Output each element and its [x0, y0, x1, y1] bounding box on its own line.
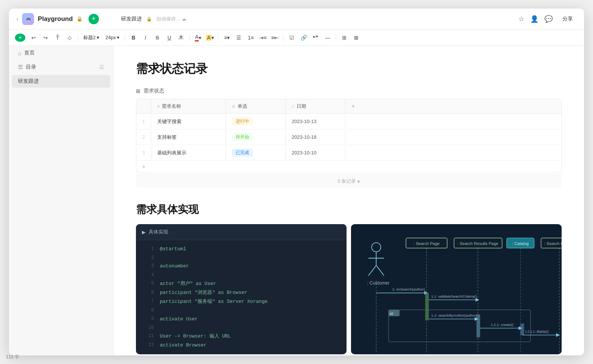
editor-area[interactable]: 需求状态记录 ⊞ 需求状态 ≡ 需求名称 ⊙: [114, 46, 584, 355]
toolbar-fontcolor-button[interactable]: A▾: [193, 32, 203, 43]
row-name-2: 支持标签: [151, 130, 226, 144]
toolbar-separator-4: [218, 34, 219, 41]
code-panel-toggle-icon[interactable]: ▶: [142, 229, 146, 235]
code-panel[interactable]: ▶ 具体实现 1 @startuml 2 3: [136, 224, 347, 354]
svg-rect-25: [425, 293, 429, 320]
row-num-3: 3: [136, 147, 151, 159]
toolbar-fontsize-dropdown[interactable]: 24px ▾: [103, 34, 122, 41]
toolbar-outdent-button[interactable]: ≡⇤: [270, 32, 280, 43]
toolbar-separator-2: [125, 34, 125, 41]
catalog-icon: ☰: [18, 64, 23, 70]
code-line: 1 @startuml: [136, 245, 347, 254]
svg-text:1.2: searchByAuthor(author): 1.2: searchByAuthor(author): [431, 313, 477, 317]
user-button[interactable]: 👤: [530, 15, 538, 23]
svg-text:🎮: 🎮: [26, 17, 31, 22]
table-row[interactable]: 2 支持标签 待开始 2023-10-18: [136, 129, 561, 145]
row-name-1: 关键字搜索: [151, 114, 226, 129]
row-num-2: 2: [136, 131, 151, 144]
code-line: 3 autonumber: [136, 262, 347, 271]
svg-text:: Customer: : Customer: [367, 280, 389, 286]
toolbar-redo-button[interactable]: ↪: [40, 32, 51, 43]
db-header-icon: ⊞: [136, 88, 140, 94]
table-header-row: ≡ 需求名称 ⊙ 单选 □ 日期 +: [136, 99, 561, 114]
db-header: ⊞ 需求状态: [136, 88, 562, 94]
sidebar-item-devtrack[interactable]: 研发跟进: [12, 75, 110, 88]
svg-text:1.1: validateSearchCriteria(): 1.1: validateSearchCriteria(): [431, 294, 477, 298]
code-line: 8: [136, 306, 347, 314]
toolbar-bold-button[interactable]: B: [128, 32, 139, 43]
row-status-1: 进行中: [226, 114, 286, 129]
toolbar-bullet-button[interactable]: ☰: [234, 32, 244, 43]
add-column-button[interactable]: +: [345, 99, 361, 113]
toolbar-hr-button[interactable]: —: [322, 32, 333, 43]
code-panel-label: 具体实现: [149, 229, 168, 235]
svg-text:: Catalog: : Catalog: [512, 241, 529, 246]
sidebar-item-catalog[interactable]: ☰ 目录 ☰: [12, 61, 110, 73]
table-footer[interactable]: 3 条记录 ▾: [136, 175, 562, 188]
toolbar-underline-button[interactable]: U: [164, 32, 174, 43]
app-title: Playground: [38, 15, 73, 23]
table-row[interactable]: 3 基础列表展示 已完成 2023-10-10: [136, 145, 561, 161]
app-icon: 🎮: [22, 13, 34, 25]
doc-title: 研发跟进: [121, 16, 142, 22]
catalog-more-icon[interactable]: ☰: [99, 64, 104, 70]
svg-text:1: onSearch(author): 1: onSearch(author): [392, 287, 425, 291]
col-date-header[interactable]: □ 日期: [286, 99, 345, 113]
db-section-label: 需求状态: [143, 88, 164, 94]
lock-icon: 🔒: [77, 16, 83, 22]
code-line: 6 participant "浏览器" as Browser: [136, 288, 347, 297]
toolbar: + ↩ ↪ T̂ ◇ 标题2 ▾ 24px ▾ B I S U 木 A▾ A▾ …: [9, 29, 584, 46]
autosave-text: 自动保存... ☁: [156, 16, 186, 22]
svg-text:1.2.1.1: display(): 1.2.1.1: display(): [525, 330, 549, 333]
code-line: 7 participant "服务端" as Server #orange: [136, 297, 347, 306]
toolbar-clear-button[interactable]: ◇: [64, 32, 75, 43]
toolbar-undo-button[interactable]: ↩: [28, 32, 39, 43]
diagram-panel: : Customer : Search Page : Search Result…: [351, 224, 562, 354]
toolbar-indent-button[interactable]: ⇥≡: [258, 32, 268, 43]
sidebar: ⌂ 首页 ••• ☰ 目录 ☰ 研发跟进: [9, 46, 114, 355]
add-row-button[interactable]: +: [136, 161, 561, 173]
titlebar-left: ‹ 🎮 Playground 🔒 +: [16, 13, 121, 25]
back-button[interactable]: ‹: [16, 16, 18, 22]
code-content: 1 @startuml 2 3 autonumber 4: [136, 240, 347, 354]
table-row[interactable]: 1 关键字搜索 进行中 2023-10-13: [136, 114, 561, 129]
toolbar-italic-button[interactable]: I: [140, 32, 150, 43]
code-line: 10: [136, 324, 347, 332]
row-status-2: 待开始: [226, 129, 286, 145]
titlebar-center: 研发跟进 🔒 自动保存... ☁: [121, 16, 518, 22]
col-name-header[interactable]: ≡ 需求名称: [151, 99, 226, 113]
toolbar-textstyle-button[interactable]: 木: [176, 32, 186, 43]
toolbar-checkbox-button[interactable]: ☑: [286, 32, 297, 43]
toolbar-highlight-button[interactable]: A▾: [205, 32, 215, 43]
code-line: 11 User -> Browser: 输入 URL: [136, 332, 347, 341]
toolbar-separator-5: [283, 34, 283, 41]
add-document-button[interactable]: +: [89, 14, 99, 24]
toolbar-add-button[interactable]: +: [15, 34, 25, 42]
svg-text:alt: alt: [389, 311, 394, 316]
sidebar-item-home[interactable]: ⌂ 首页 •••: [12, 47, 110, 59]
toolbar-ordered-button[interactable]: 1≡: [246, 32, 256, 43]
toolbar-separator-3: [189, 34, 190, 41]
svg-text:: Search Results Page: : Search Results Page: [457, 241, 499, 246]
toolbar-quote-button[interactable]: ❝❞: [310, 32, 321, 43]
toolbar-image-button[interactable]: ⊠: [351, 32, 361, 43]
main-window: ‹ 🎮 Playground 🔒 + 研发跟进 🔒: [9, 9, 584, 355]
toolbar-link-button[interactable]: 🔗: [298, 32, 309, 43]
col-status-header[interactable]: ⊙ 单选: [226, 99, 286, 113]
sidebar-item-home-label: 首页: [24, 50, 96, 56]
star-button[interactable]: ☆: [518, 15, 524, 23]
share-button[interactable]: 分享: [559, 14, 577, 24]
toolbar-heading-dropdown[interactable]: 标题2 ▾: [81, 34, 102, 42]
toolbar-strikethrough-button[interactable]: S: [152, 32, 162, 43]
toolbar-format-button[interactable]: T̂: [52, 32, 63, 43]
col-status-icon: ⊙: [232, 104, 235, 109]
toolbar-align-button[interactable]: ≡▾: [222, 32, 232, 43]
row-num-1: 1: [136, 115, 151, 128]
home-icon: ⌂: [18, 50, 21, 56]
doc-lock-icon: 🔒: [146, 16, 152, 22]
titlebar: ‹ 🎮 Playground 🔒 + 研发跟进 🔒: [9, 9, 584, 29]
code-line: 5 actor "用户" as User: [136, 279, 347, 288]
svg-text:: Search Results: : Search Results: [544, 241, 562, 246]
toolbar-table-button[interactable]: ⊞: [339, 32, 350, 43]
comment-button[interactable]: 💬: [544, 15, 553, 23]
